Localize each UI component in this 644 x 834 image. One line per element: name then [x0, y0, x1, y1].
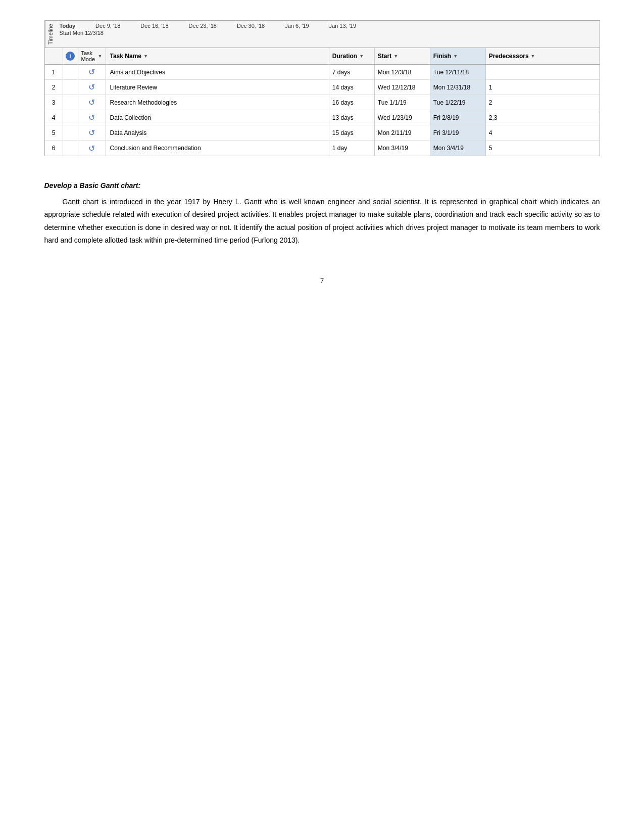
row-task-name-3: Research Methodologies — [106, 95, 329, 110]
task-mode-icon-2: ↺ — [88, 82, 95, 92]
predecessors-text: Predecessors — [489, 53, 529, 60]
task-mode-icon-5: ↺ — [88, 128, 95, 137]
row-duration-4: 13 days — [329, 110, 375, 125]
timeline-start-date: Mon 12/3/18 — [73, 30, 104, 36]
timeline-header-inner: Today Dec 9, '18 Dec 16, '18 Dec 23, '18… — [56, 21, 600, 48]
page-content: Timeline Today Dec 9, '18 Dec 16, '18 De… — [44, 20, 600, 285]
row-num-2: 2 — [45, 80, 63, 95]
row-finish-5: Fri 3/1/19 — [430, 125, 486, 140]
row-num-4: 4 — [45, 110, 63, 125]
task-mode-icon-6: ↺ — [88, 144, 95, 153]
finish-label: Finish ▼ — [433, 53, 458, 60]
row-duration-5: 15 days — [329, 125, 375, 140]
row-num-3: 3 — [45, 95, 63, 110]
row-num-6: 6 — [45, 141, 63, 156]
start-label: Start ▼ — [378, 53, 398, 60]
timeline-date-1: Dec 9, '18 — [95, 23, 120, 29]
col-finish-header[interactable]: Finish ▼ — [430, 48, 486, 64]
row-info-6 — [63, 141, 78, 156]
row-predecessors-6: 5 — [486, 141, 600, 156]
table-row: 3 ↺ Research Methodologies 16 days Tue 1… — [45, 95, 600, 110]
table-row: 1 ↺ Aims and Objectives 7 days Mon 12/3/… — [45, 65, 600, 80]
task-name-label: Task Name ▼ — [110, 53, 148, 60]
table-header-row: i Task Mode ▼ Task Name ▼ Duration ▼ — [45, 48, 600, 65]
row-info-1 — [63, 65, 78, 79]
row-task-name-5: Data Analysis — [106, 125, 329, 140]
row-finish-6: Mon 3/4/19 — [430, 141, 486, 156]
timeline-header: Timeline Today Dec 9, '18 Dec 16, '18 De… — [45, 21, 600, 48]
timeline-date-6: Jan 13, '19 — [329, 23, 356, 29]
table-row: 4 ↺ Data Collection 13 days Wed 1/23/19 … — [45, 110, 600, 125]
start-text: Start — [378, 53, 391, 60]
row-duration-2: 14 days — [329, 80, 375, 95]
row-task-mode-2: ↺ — [78, 80, 106, 95]
col-task-name-header[interactable]: Task Name ▼ — [106, 48, 329, 64]
row-predecessors-1 — [486, 65, 600, 79]
col-num-header — [45, 48, 63, 64]
task-mode-label: Task Mode ▼ — [81, 50, 103, 62]
row-info-2 — [63, 80, 78, 95]
col-duration-header[interactable]: Duration ▼ — [329, 48, 375, 64]
timeline-date-2: Dec 16, '18 — [140, 23, 168, 29]
row-info-4 — [63, 110, 78, 125]
table-row: 6 ↺ Conclusion and Recommendation 1 day … — [45, 141, 600, 156]
start-dropdown-icon: ▼ — [393, 54, 398, 59]
row-task-name-1: Aims and Objectives — [106, 65, 329, 79]
info-icon: i — [66, 52, 75, 61]
row-info-3 — [63, 95, 78, 110]
section-heading: Develop a Basic Gantt chart: — [44, 181, 600, 190]
task-mode-text: Task Mode — [81, 50, 96, 62]
duration-text: Duration — [332, 53, 357, 60]
col-info-header: i — [63, 48, 78, 64]
row-task-mode-1: ↺ — [78, 65, 106, 79]
row-start-1: Mon 12/3/18 — [375, 65, 430, 79]
row-start-6: Mon 3/4/19 — [375, 141, 430, 156]
row-predecessors-2: 1 — [486, 80, 600, 95]
task-mode-icon-4: ↺ — [88, 113, 95, 122]
task-mode-icon-1: ↺ — [88, 67, 95, 77]
row-predecessors-5: 4 — [486, 125, 600, 140]
finish-text: Finish — [433, 53, 451, 60]
task-name-text: Task Name — [110, 53, 141, 60]
row-task-mode-6: ↺ — [78, 141, 106, 156]
task-mode-icon-3: ↺ — [88, 98, 95, 107]
gantt-container: Timeline Today Dec 9, '18 Dec 16, '18 De… — [44, 20, 600, 156]
duration-label: Duration ▼ — [332, 53, 364, 60]
predecessors-label: Predecessors ▼ — [489, 53, 535, 60]
row-finish-1: Tue 12/11/18 — [430, 65, 486, 79]
duration-dropdown-icon: ▼ — [359, 54, 364, 59]
timeline-date-4: Dec 30, '18 — [237, 23, 265, 29]
timeline-start-label: Start — [60, 30, 71, 36]
predecessors-dropdown-icon: ▼ — [531, 54, 535, 59]
row-task-name-2: Literature Review — [106, 80, 329, 95]
page-number: 7 — [44, 277, 600, 285]
finish-dropdown-icon: ▼ — [453, 54, 458, 59]
row-start-5: Mon 2/11/19 — [375, 125, 430, 140]
row-finish-4: Fri 2/8/19 — [430, 110, 486, 125]
row-finish-2: Mon 12/31/18 — [430, 80, 486, 95]
col-task-mode-header[interactable]: Task Mode ▼ — [78, 48, 106, 64]
row-task-mode-3: ↺ — [78, 95, 106, 110]
body-paragraph: Gantt chart is introduced in the year 19… — [44, 196, 600, 247]
row-finish-3: Tue 1/22/19 — [430, 95, 486, 110]
timeline-today: Today — [60, 23, 76, 29]
row-task-mode-5: ↺ — [78, 125, 106, 140]
row-duration-1: 7 days — [329, 65, 375, 79]
col-start-header[interactable]: Start ▼ — [375, 48, 430, 64]
row-predecessors-4: 2,3 — [486, 110, 600, 125]
timeline-sidebar-label: Timeline — [45, 21, 56, 48]
row-start-2: Wed 12/12/18 — [375, 80, 430, 95]
col-predecessors-header[interactable]: Predecessors ▼ — [486, 48, 600, 64]
timeline-date-5: Jan 6, '19 — [285, 23, 309, 29]
timeline-date-3: Dec 23, '18 — [189, 23, 217, 29]
row-duration-6: 1 day — [329, 141, 375, 156]
row-duration-3: 16 days — [329, 95, 375, 110]
timeline-dates-row: Today Dec 9, '18 Dec 16, '18 Dec 23, '18… — [60, 23, 596, 29]
table-row: 5 ↺ Data Analysis 15 days Mon 2/11/19 Fr… — [45, 125, 600, 141]
row-num-5: 5 — [45, 125, 63, 140]
task-mode-dropdown-icon: ▼ — [98, 54, 103, 59]
row-num-1: 1 — [45, 65, 63, 79]
timeline-start-row: Start Mon 12/3/18 — [60, 30, 596, 36]
row-task-name-4: Data Collection — [106, 110, 329, 125]
row-info-5 — [63, 125, 78, 140]
